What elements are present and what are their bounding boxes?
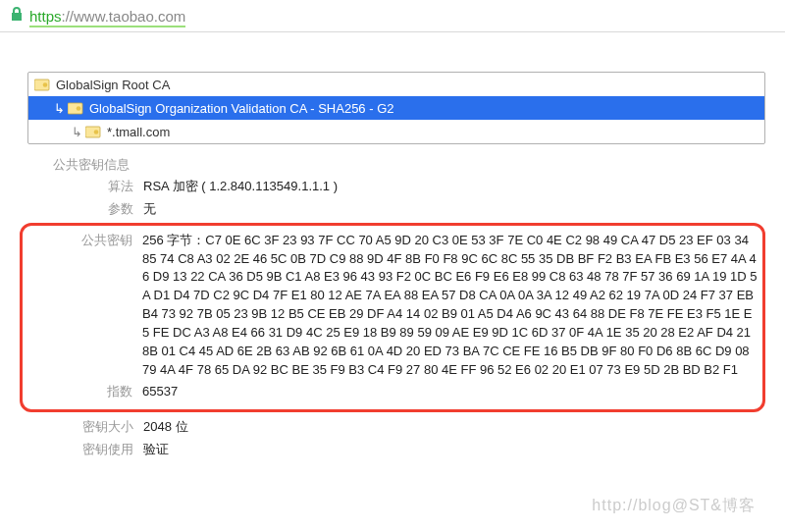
cert-chain-label: *.tmall.com bbox=[107, 125, 170, 139]
cert-chain-row-leaf[interactable]: ↳ *.tmall.com bbox=[28, 120, 764, 143]
url-rest: ://www.taobao.com bbox=[62, 8, 186, 27]
certificate-icon bbox=[85, 125, 101, 138]
cert-chain-label: GlobalSign Root CA bbox=[56, 78, 170, 92]
certificate-icon bbox=[34, 78, 50, 91]
value-exponent: 65537 bbox=[142, 383, 178, 401]
row-public-key: 公共密钥 256 字节：C7 0E 6C 3F 23 93 7F CC 70 A… bbox=[26, 232, 759, 380]
label-algorithm: 算法 bbox=[27, 178, 143, 196]
value-algorithm: RSA 加密 ( 1.2.840.113549.1.1.1 ) bbox=[143, 178, 338, 196]
row-key-size: 密钥大小 2048 位 bbox=[27, 418, 765, 437]
row-algorithm: 算法 RSA 加密 ( 1.2.840.113549.1.1.1 ) bbox=[27, 178, 765, 196]
svg-point-1 bbox=[43, 82, 48, 87]
label-key-usage: 密钥使用 bbox=[27, 441, 143, 459]
tree-arrow-icon: ↳ bbox=[52, 101, 66, 116]
section-title-pubkey-info: 公共密钥信息 bbox=[53, 156, 765, 174]
svg-point-3 bbox=[77, 106, 81, 111]
pubkey-highlight-box: 公共密钥 256 字节：C7 0E 6C 3F 23 93 7F CC 70 A… bbox=[20, 223, 765, 413]
cert-details: 公共密钥信息 算法 RSA 加密 ( 1.2.840.113549.1.1.1 … bbox=[27, 156, 765, 459]
row-key-usage: 密钥使用 验证 bbox=[27, 441, 765, 459]
value-parameters: 无 bbox=[143, 200, 156, 219]
value-public-key: 256 字节：C7 0E 6C 3F 23 93 7F CC 70 A5 9D … bbox=[142, 232, 759, 380]
cert-chain-row-root[interactable]: GlobalSign Root CA bbox=[28, 73, 764, 96]
row-parameters: 参数 无 bbox=[27, 200, 765, 219]
certificate-icon bbox=[68, 101, 83, 115]
row-exponent: 指数 65537 bbox=[26, 383, 759, 401]
cert-chain-panel: GlobalSign Root CA ↳ GlobalSign Organiza… bbox=[27, 72, 765, 144]
label-exponent: 指数 bbox=[26, 383, 142, 401]
url-scheme: https bbox=[29, 8, 62, 27]
tree-arrow-icon: ↳ bbox=[70, 125, 83, 139]
address-bar: https://www.taobao.com bbox=[0, 0, 785, 32]
url-text[interactable]: https://www.taobao.com bbox=[29, 8, 185, 25]
cert-chain-row-intermediate[interactable]: ↳ GlobalSign Organization Validation CA … bbox=[28, 96, 764, 120]
label-public-key: 公共密钥 bbox=[26, 232, 142, 250]
svg-point-5 bbox=[94, 130, 99, 134]
value-key-usage: 验证 bbox=[143, 441, 169, 459]
value-key-size: 2048 位 bbox=[143, 418, 188, 437]
label-key-size: 密钥大小 bbox=[27, 418, 143, 437]
label-parameters: 参数 bbox=[27, 200, 143, 219]
lock-icon bbox=[10, 6, 24, 26]
cert-chain-label: GlobalSign Organization Validation CA - … bbox=[89, 101, 393, 116]
